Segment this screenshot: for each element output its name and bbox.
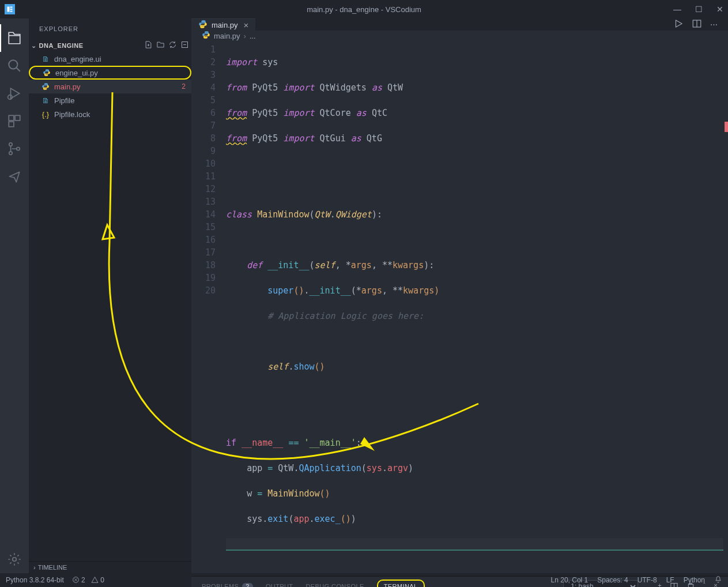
status-encoding[interactable]: UTF-8 [638, 576, 657, 584]
status-problems[interactable]: 2 0 [72, 576, 104, 584]
breadcrumb-file: main.py [214, 32, 240, 40]
code-editor[interactable]: 1234567891011121314151617181920 import s… [191, 41, 728, 576]
status-spaces[interactable]: Spaces: 4 [597, 576, 628, 584]
split-icon[interactable] [692, 18, 702, 31]
panel-tab-problems[interactable]: PROBLEMS 2 [202, 583, 253, 587]
activity-share[interactable] [0, 163, 29, 190]
file-item-main[interactable]: main.py 2 [29, 80, 191, 93]
bell-icon[interactable] [714, 575, 722, 585]
tab-label: main.py [212, 21, 238, 29]
activity-debug[interactable] [0, 80, 29, 107]
activity-search[interactable] [0, 52, 29, 80]
status-eol[interactable]: LF [666, 576, 674, 584]
file-name: Pipfile.lock [54, 110, 90, 119]
python-icon [202, 31, 210, 41]
new-folder-icon[interactable] [156, 40, 165, 51]
breadcrumb-dots: ... [250, 32, 256, 40]
python-icon [198, 20, 208, 31]
file-name: main.py [54, 82, 81, 91]
file-icon: 🗎 [40, 55, 51, 63]
svg-rect-10 [9, 122, 14, 127]
file-icon: 🗎 [40, 96, 51, 105]
file-item-pipfile-lock[interactable]: {.} Pipfile.lock [29, 107, 191, 121]
svg-point-4 [9, 60, 17, 69]
file-name: Pipfile [54, 96, 74, 105]
explorer-sidebar: EXPLORER ⌄ DNA_ENGINE 🗎 dna_engine.ui en… [29, 18, 191, 573]
code-content[interactable]: import sys from PyQt5 import QtWidgets a… [226, 41, 723, 576]
svg-marker-17 [676, 20, 682, 27]
python-icon [42, 69, 52, 77]
window-title: main.py - dna_engine - VSCodium [0, 5, 728, 14]
svg-point-11 [9, 143, 12, 146]
more-icon[interactable]: ⋯ [710, 20, 718, 29]
new-file-icon[interactable] [144, 40, 153, 51]
title-bar: main.py - dna_engine - VSCodium — ☐ ✕ [0, 0, 728, 18]
gutter: 1234567891011121314151617181920 [191, 41, 226, 576]
status-ln-col[interactable]: Ln 20, Col 1 [551, 576, 589, 584]
activity-bar [0, 18, 29, 573]
problems-badge: 2 [242, 583, 253, 587]
svg-line-5 [16, 67, 20, 72]
file-item-engine-ui[interactable]: engine_ui.py [29, 66, 191, 80]
activity-explorer[interactable] [0, 24, 29, 52]
collapse-icon[interactable] [180, 40, 189, 51]
svg-point-7 [8, 95, 13, 100]
status-python[interactable]: Python 3.8.2 64-bit [6, 576, 64, 584]
folder-header[interactable]: ⌄ DNA_ENGINE [29, 39, 191, 52]
timeline-section[interactable]: › TIMELINE [29, 561, 191, 573]
refresh-icon[interactable] [168, 40, 177, 51]
file-list: 🗎 dna_engine.ui engine_ui.py main.py 2 🗎… [29, 52, 191, 121]
file-name: engine_ui.py [55, 69, 98, 77]
chevron-right-icon: › [33, 564, 36, 571]
svg-rect-9 [15, 115, 20, 121]
svg-point-12 [9, 152, 12, 155]
panel-tab-debug[interactable]: DEBUG CONSOLE [306, 583, 364, 587]
breadcrumb[interactable]: main.py › ... [191, 31, 728, 41]
close-icon[interactable]: × [244, 20, 249, 30]
activity-settings[interactable] [0, 545, 29, 573]
panel-tab-terminal[interactable]: TERMINAL [377, 580, 425, 587]
folder-name: DNA_ENGINE [39, 42, 84, 49]
sidebar-title: EXPLORER [29, 18, 191, 39]
activity-extensions[interactable] [0, 107, 29, 135]
svg-point-13 [17, 147, 20, 150]
activity-source-control[interactable] [0, 135, 29, 163]
svg-rect-8 [9, 115, 14, 121]
python-icon [40, 82, 51, 91]
tab-bar: main.py × ⋯ [191, 18, 728, 31]
error-badge: 2 [182, 82, 186, 91]
file-name: dna_engine.ui [54, 55, 101, 63]
tab-main-py[interactable]: main.py × [191, 18, 255, 31]
status-lang[interactable]: Python [684, 576, 705, 584]
file-item-ui[interactable]: 🗎 dna_engine.ui [29, 52, 191, 66]
svg-point-14 [13, 558, 17, 562]
timeline-label: TIMELINE [38, 564, 67, 571]
json-icon: {.} [40, 110, 51, 119]
run-icon[interactable] [673, 18, 684, 31]
file-item-pipfile[interactable]: 🗎 Pipfile [29, 93, 191, 107]
editor-area: main.py × ⋯ main.py › ... 12345678910111… [191, 18, 728, 573]
chevron-down-icon: ⌄ [31, 42, 37, 50]
panel-tab-output[interactable]: OUTPUT [266, 583, 293, 587]
error-marker [725, 122, 728, 132]
